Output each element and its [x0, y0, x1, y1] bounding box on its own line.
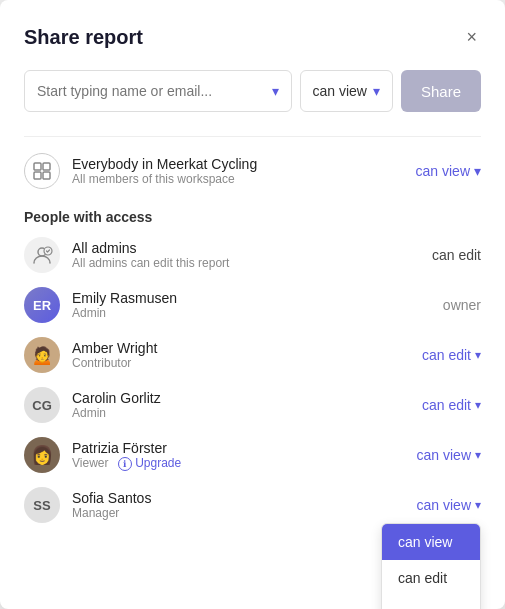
avatar-admins — [24, 237, 60, 273]
avatar-sofia: SS — [24, 487, 60, 523]
admins-permission-text: can edit — [432, 247, 481, 263]
permission-dropdown-arrow-icon: ▾ — [373, 83, 380, 99]
amber-permission-arrow-icon: ▾ — [475, 348, 481, 362]
svg-rect-3 — [43, 172, 50, 179]
patrizia-role: Viewer ℹ Upgrade — [72, 456, 181, 471]
workspace-permission[interactable]: can view ▾ — [416, 163, 481, 179]
sofia-dropdown-menu: can view can edit remove — [381, 523, 481, 609]
permission-select[interactable]: can view ▾ — [300, 70, 393, 112]
amber-name: Amber Wright — [72, 340, 157, 356]
amber-info: Amber Wright Contributor — [72, 340, 157, 370]
workspace-icon — [24, 153, 60, 189]
avatar-carolin: CG — [24, 387, 60, 423]
person-row-admins: All admins All admins can edit this repo… — [24, 237, 481, 273]
permission-select-text: can view — [313, 83, 367, 99]
patrizia-info: Patrizia Förster Viewer ℹ Upgrade — [72, 440, 181, 471]
amber-permission-text: can edit — [422, 347, 471, 363]
workspace-info: Everybody in Meerkat Cycling All members… — [72, 156, 257, 186]
input-dropdown-arrow-icon[interactable]: ▾ — [272, 83, 279, 99]
emily-info: Emily Rasmusen Admin — [72, 290, 177, 320]
emily-permission-text: owner — [443, 297, 481, 313]
svg-rect-0 — [34, 163, 41, 170]
emily-name: Emily Rasmusen — [72, 290, 177, 306]
carolin-permission-arrow-icon: ▾ — [475, 398, 481, 412]
upgrade-info-icon: ℹ — [118, 457, 132, 471]
carolin-name: Carolin Gorlitz — [72, 390, 161, 406]
svg-rect-2 — [34, 172, 41, 179]
carolin-permission-text: can edit — [422, 397, 471, 413]
workspace-permission-text: can view — [416, 163, 470, 179]
share-report-modal: Share report × ▾ can view ▾ Share Everyb… — [0, 0, 505, 609]
section-title: People with access — [24, 209, 481, 225]
patrizia-permission-text: can view — [417, 447, 471, 463]
patrizia-permission-arrow-icon: ▾ — [475, 448, 481, 462]
modal-title: Share report — [24, 26, 143, 49]
share-button[interactable]: Share — [401, 70, 481, 112]
workspace-subtitle: All members of this workspace — [72, 172, 257, 186]
sofia-info: Sofia Santos Manager — [72, 490, 151, 520]
carolin-info: Carolin Gorlitz Admin — [72, 390, 161, 420]
person-row-amber: 🙍 Amber Wright Contributor can edit ▾ — [24, 337, 481, 373]
dropdown-item-can-edit[interactable]: can edit — [382, 560, 480, 596]
person-row-patrizia: 👩 Patrizia Förster Viewer ℹ Upgrade can … — [24, 437, 481, 473]
sofia-permission[interactable]: can view ▾ — [417, 497, 481, 513]
modal-header: Share report × — [24, 24, 481, 50]
name-input-wrapper: ▾ — [24, 70, 292, 112]
admins-info: All admins All admins can edit this repo… — [72, 240, 229, 270]
patrizia-name: Patrizia Förster — [72, 440, 181, 456]
svg-rect-1 — [43, 163, 50, 170]
emily-role: Admin — [72, 306, 177, 320]
patrizia-permission[interactable]: can view ▾ — [417, 447, 481, 463]
avatar-amber: 🙍 — [24, 337, 60, 373]
person-row-carolin: CG Carolin Gorlitz Admin can edit ▾ — [24, 387, 481, 423]
divider — [24, 136, 481, 137]
person-row-emily: ER Emily Rasmusen Admin owner — [24, 287, 481, 323]
person-row-sofia: SS Sofia Santos Manager can view ▾ — [24, 487, 481, 523]
dropdown-item-can-view[interactable]: can view — [382, 524, 480, 560]
admins-name: All admins — [72, 240, 229, 256]
amber-role: Contributor — [72, 356, 157, 370]
dropdown-item-remove[interactable]: remove — [382, 596, 480, 609]
sofia-name: Sofia Santos — [72, 490, 151, 506]
carolin-permission[interactable]: can edit ▾ — [422, 397, 481, 413]
sofia-permission-arrow-icon: ▾ — [475, 498, 481, 512]
upgrade-link[interactable]: Upgrade — [135, 456, 181, 470]
sofia-permission-text: can view — [417, 497, 471, 513]
workspace-row: Everybody in Meerkat Cycling All members… — [24, 153, 481, 189]
amber-permission[interactable]: can edit ▾ — [422, 347, 481, 363]
name-email-input[interactable] — [37, 83, 272, 99]
carolin-role: Admin — [72, 406, 161, 420]
admins-role: All admins can edit this report — [72, 256, 229, 270]
avatar-patrizia: 👩 — [24, 437, 60, 473]
workspace-name: Everybody in Meerkat Cycling — [72, 156, 257, 172]
admins-permission: can edit — [432, 247, 481, 263]
workspace-permission-arrow-icon: ▾ — [474, 163, 481, 179]
avatar-emily: ER — [24, 287, 60, 323]
emily-permission: owner — [443, 297, 481, 313]
share-bar: ▾ can view ▾ Share — [24, 70, 481, 112]
close-button[interactable]: × — [462, 24, 481, 50]
sofia-row-container: SS Sofia Santos Manager can view ▾ can v… — [24, 487, 481, 523]
sofia-role: Manager — [72, 506, 151, 520]
